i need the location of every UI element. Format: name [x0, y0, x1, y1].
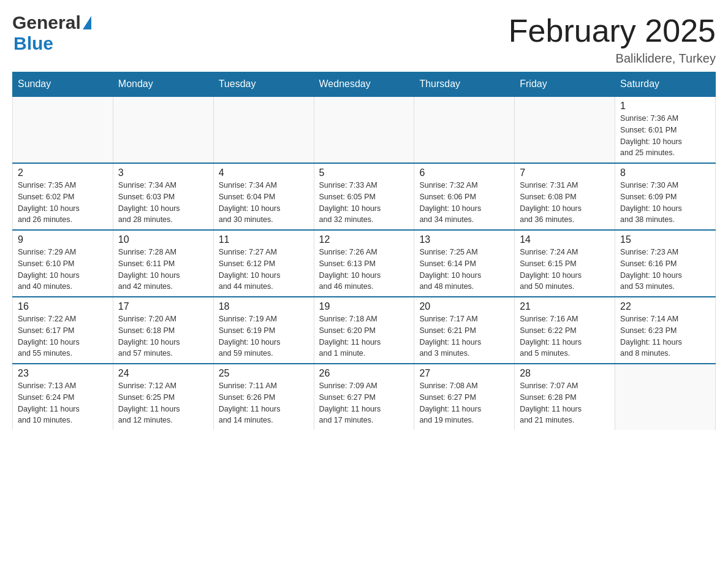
day-info: Sunrise: 7:20 AM Sunset: 6:18 PM Dayligh… — [118, 313, 208, 359]
day-of-week-header: Thursday — [414, 72, 515, 97]
day-info: Sunrise: 7:33 AM Sunset: 6:05 PM Dayligh… — [319, 180, 409, 226]
calendar-header-row: SundayMondayTuesdayWednesdayThursdayFrid… — [13, 72, 716, 97]
day-number: 20 — [419, 301, 509, 312]
calendar-week-row: 16Sunrise: 7:22 AM Sunset: 6:17 PM Dayli… — [13, 297, 716, 364]
day-of-week-header: Wednesday — [314, 72, 414, 97]
calendar-cell: 2Sunrise: 7:35 AM Sunset: 6:02 PM Daylig… — [13, 163, 113, 230]
calendar-cell: 21Sunrise: 7:16 AM Sunset: 6:22 PM Dayli… — [515, 297, 615, 364]
day-info: Sunrise: 7:19 AM Sunset: 6:19 PM Dayligh… — [219, 313, 309, 359]
calendar-cell: 8Sunrise: 7:30 AM Sunset: 6:09 PM Daylig… — [615, 163, 716, 230]
day-number: 27 — [419, 368, 509, 379]
logo-general-text: General — [12, 12, 81, 33]
day-info: Sunrise: 7:23 AM Sunset: 6:16 PM Dayligh… — [620, 247, 710, 293]
day-number: 13 — [419, 234, 509, 245]
day-info: Sunrise: 7:35 AM Sunset: 6:02 PM Dayligh… — [18, 180, 108, 226]
day-info: Sunrise: 7:22 AM Sunset: 6:17 PM Dayligh… — [18, 313, 108, 359]
day-info: Sunrise: 7:08 AM Sunset: 6:27 PM Dayligh… — [419, 380, 509, 426]
calendar-cell: 7Sunrise: 7:31 AM Sunset: 6:08 PM Daylig… — [515, 163, 615, 230]
logo-triangle-icon — [83, 16, 91, 29]
day-number: 17 — [118, 301, 208, 312]
calendar-cell: 13Sunrise: 7:25 AM Sunset: 6:14 PM Dayli… — [414, 230, 515, 297]
day-number: 21 — [520, 301, 610, 312]
calendar-cell: 1Sunrise: 7:36 AM Sunset: 6:01 PM Daylig… — [615, 96, 716, 163]
day-number: 23 — [18, 368, 108, 379]
day-number: 26 — [319, 368, 409, 379]
calendar-cell — [213, 96, 314, 163]
day-number: 19 — [319, 301, 409, 312]
calendar-cell: 22Sunrise: 7:14 AM Sunset: 6:23 PM Dayli… — [615, 297, 716, 364]
calendar-cell: 12Sunrise: 7:26 AM Sunset: 6:13 PM Dayli… — [314, 230, 414, 297]
calendar-cell — [113, 96, 213, 163]
logo-blue-text: Blue — [13, 33, 53, 54]
calendar-cell: 9Sunrise: 7:29 AM Sunset: 6:10 PM Daylig… — [13, 230, 113, 297]
day-number: 5 — [319, 167, 409, 178]
calendar-week-row: 23Sunrise: 7:13 AM Sunset: 6:24 PM Dayli… — [13, 364, 716, 430]
day-info: Sunrise: 7:18 AM Sunset: 6:20 PM Dayligh… — [319, 313, 409, 359]
day-info: Sunrise: 7:31 AM Sunset: 6:08 PM Dayligh… — [520, 180, 610, 226]
calendar-title: February 2025 — [509, 12, 716, 49]
day-info: Sunrise: 7:30 AM Sunset: 6:09 PM Dayligh… — [620, 180, 710, 226]
day-number: 25 — [219, 368, 309, 379]
day-number: 7 — [520, 167, 610, 178]
calendar-cell — [314, 96, 414, 163]
calendar-cell: 20Sunrise: 7:17 AM Sunset: 6:21 PM Dayli… — [414, 297, 515, 364]
calendar-cell: 16Sunrise: 7:22 AM Sunset: 6:17 PM Dayli… — [13, 297, 113, 364]
calendar-cell: 24Sunrise: 7:12 AM Sunset: 6:25 PM Dayli… — [113, 364, 213, 430]
day-number: 18 — [219, 301, 309, 312]
day-number: 12 — [319, 234, 409, 245]
calendar-cell: 26Sunrise: 7:09 AM Sunset: 6:27 PM Dayli… — [314, 364, 414, 430]
calendar-cell: 17Sunrise: 7:20 AM Sunset: 6:18 PM Dayli… — [113, 297, 213, 364]
day-of-week-header: Sunday — [13, 72, 113, 97]
calendar-week-row: 1Sunrise: 7:36 AM Sunset: 6:01 PM Daylig… — [13, 96, 716, 163]
day-info: Sunrise: 7:12 AM Sunset: 6:25 PM Dayligh… — [118, 380, 208, 426]
calendar-cell — [615, 364, 716, 430]
day-of-week-header: Tuesday — [213, 72, 314, 97]
day-number: 24 — [118, 368, 208, 379]
calendar-table: SundayMondayTuesdayWednesdayThursdayFrid… — [12, 72, 716, 430]
day-info: Sunrise: 7:29 AM Sunset: 6:10 PM Dayligh… — [18, 247, 108, 293]
calendar-cell: 6Sunrise: 7:32 AM Sunset: 6:06 PM Daylig… — [414, 163, 515, 230]
day-info: Sunrise: 7:07 AM Sunset: 6:28 PM Dayligh… — [520, 380, 610, 426]
day-number: 14 — [520, 234, 610, 245]
calendar-cell: 25Sunrise: 7:11 AM Sunset: 6:26 PM Dayli… — [213, 364, 314, 430]
calendar-cell: 11Sunrise: 7:27 AM Sunset: 6:12 PM Dayli… — [213, 230, 314, 297]
day-number: 16 — [18, 301, 108, 312]
day-info: Sunrise: 7:11 AM Sunset: 6:26 PM Dayligh… — [219, 380, 309, 426]
page-header: General Blue February 2025 Baliklidere, … — [12, 12, 716, 66]
day-of-week-header: Monday — [113, 72, 213, 97]
day-info: Sunrise: 7:09 AM Sunset: 6:27 PM Dayligh… — [319, 380, 409, 426]
day-number: 11 — [219, 234, 309, 245]
calendar-cell: 4Sunrise: 7:34 AM Sunset: 6:04 PM Daylig… — [213, 163, 314, 230]
calendar-cell — [13, 96, 113, 163]
calendar-cell: 3Sunrise: 7:34 AM Sunset: 6:03 PM Daylig… — [113, 163, 213, 230]
calendar-cell: 19Sunrise: 7:18 AM Sunset: 6:20 PM Dayli… — [314, 297, 414, 364]
calendar-subtitle: Baliklidere, Turkey — [509, 52, 716, 66]
day-info: Sunrise: 7:17 AM Sunset: 6:21 PM Dayligh… — [419, 313, 509, 359]
day-info: Sunrise: 7:34 AM Sunset: 6:03 PM Dayligh… — [118, 180, 208, 226]
day-number: 28 — [520, 368, 610, 379]
calendar-cell: 5Sunrise: 7:33 AM Sunset: 6:05 PM Daylig… — [314, 163, 414, 230]
day-number: 15 — [620, 234, 710, 245]
calendar-cell: 15Sunrise: 7:23 AM Sunset: 6:16 PM Dayli… — [615, 230, 716, 297]
day-info: Sunrise: 7:13 AM Sunset: 6:24 PM Dayligh… — [18, 380, 108, 426]
day-number: 10 — [118, 234, 208, 245]
day-number: 22 — [620, 301, 710, 312]
day-info: Sunrise: 7:28 AM Sunset: 6:11 PM Dayligh… — [118, 247, 208, 293]
calendar-cell: 10Sunrise: 7:28 AM Sunset: 6:11 PM Dayli… — [113, 230, 213, 297]
calendar-cell: 27Sunrise: 7:08 AM Sunset: 6:27 PM Dayli… — [414, 364, 515, 430]
day-info: Sunrise: 7:34 AM Sunset: 6:04 PM Dayligh… — [219, 180, 309, 226]
day-info: Sunrise: 7:24 AM Sunset: 6:15 PM Dayligh… — [520, 247, 610, 293]
day-of-week-header: Friday — [515, 72, 615, 97]
day-info: Sunrise: 7:25 AM Sunset: 6:14 PM Dayligh… — [419, 247, 509, 293]
calendar-week-row: 9Sunrise: 7:29 AM Sunset: 6:10 PM Daylig… — [13, 230, 716, 297]
day-info: Sunrise: 7:26 AM Sunset: 6:13 PM Dayligh… — [319, 247, 409, 293]
title-area: February 2025 Baliklidere, Turkey — [509, 12, 716, 66]
day-number: 4 — [219, 167, 309, 178]
day-of-week-header: Saturday — [615, 72, 716, 97]
calendar-cell: 23Sunrise: 7:13 AM Sunset: 6:24 PM Dayli… — [13, 364, 113, 430]
day-number: 3 — [118, 167, 208, 178]
day-info: Sunrise: 7:32 AM Sunset: 6:06 PM Dayligh… — [419, 180, 509, 226]
day-info: Sunrise: 7:36 AM Sunset: 6:01 PM Dayligh… — [620, 113, 710, 159]
logo: General Blue — [12, 12, 91, 54]
day-number: 2 — [18, 167, 108, 178]
